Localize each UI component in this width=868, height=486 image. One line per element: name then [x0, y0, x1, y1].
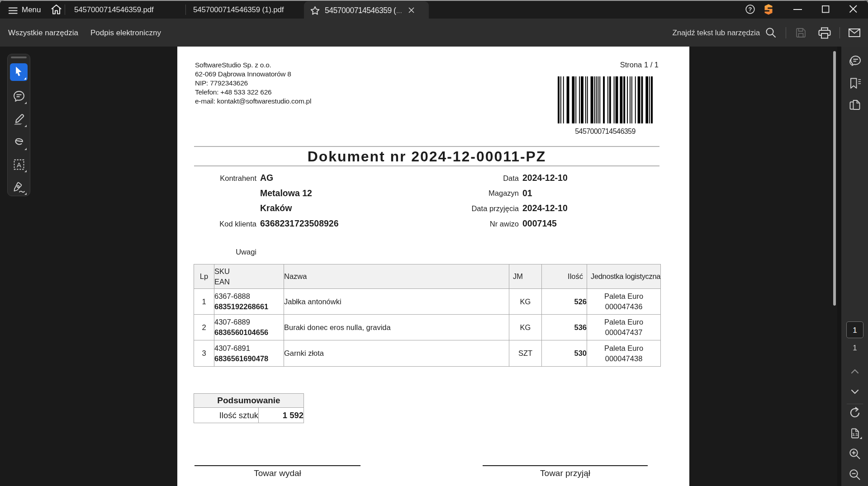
svg-text:?: ?: [749, 6, 752, 13]
svg-text:A: A: [17, 161, 21, 169]
svg-text:1:1: 1:1: [852, 432, 858, 437]
